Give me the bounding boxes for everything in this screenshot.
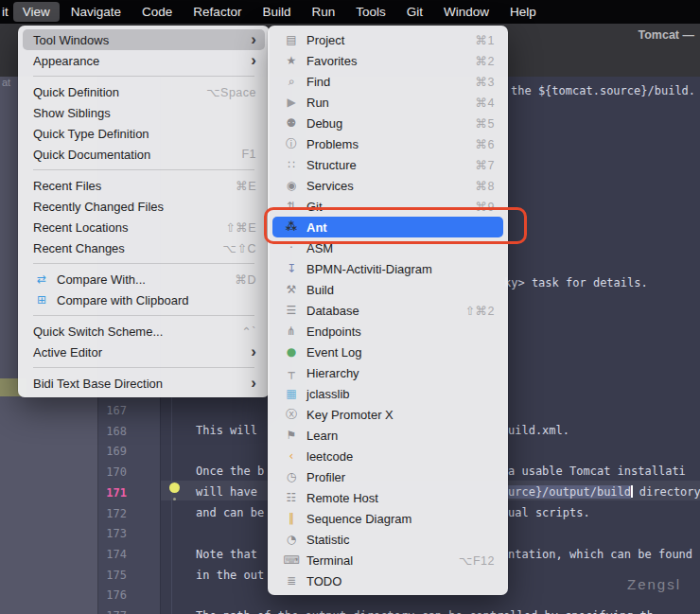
menu-item-label: Tool Windows [33,33,109,47]
line-number-175: 175 [100,567,127,584]
tool-window-item-hierarchy[interactable]: ┬Hierarchy [272,362,503,383]
menu-shortcut: ⇧⌘E [225,220,256,235]
tool-window-item-build[interactable]: ⚒Build [272,279,503,300]
tool-window-item-event-log[interactable]: ●Event Log [272,342,503,362]
tool-window-item-database[interactable]: ☰Database⇧⌘2 [272,300,503,321]
watermark-text: Zengsl [627,576,681,592]
sequence-icon: ‖ [283,513,300,524]
menubar-item-refactor[interactable]: Refactor [184,2,251,22]
line-number-168: 168 [100,423,127,440]
view-menu-item-appearance[interactable]: Appearance› [23,50,265,71]
view-menu-item-tool-windows[interactable]: Tool Windows› [23,29,265,50]
menu-item-label: Debug [306,116,342,131]
hammer-icon: ⚒ [283,284,300,295]
menubar-item-git[interactable]: Git [397,2,432,22]
tool-window-item-jclasslib[interactable]: ▦jclasslib [272,383,503,404]
terminal-icon: ⌨ [283,554,300,566]
menubar-item-window[interactable]: Window [434,2,499,22]
tool-window-item-find[interactable]: ⌕Find⌘3 [272,71,503,92]
view-menu-item-quick-switch-scheme[interactable]: Quick Switch Scheme...⌃` [23,321,265,342]
tool-window-item-problems[interactable]: ⓘProblems⌘6 [272,133,503,154]
leetcode-icon: ‹ [283,450,300,462]
menu-item-label: Services [306,179,354,193]
tool-window-item-project[interactable]: ▤Project⌘1 [272,29,503,50]
menu-item-label: Event Log [306,345,362,360]
structure-icon: ∷ [283,159,300,170]
menu-shortcut: ⌥⇧C [223,241,256,255]
view-menu-item-quick-documentation[interactable]: Quick DocumentationF1 [23,144,265,165]
line-number-170: 170 [100,464,127,481]
menubar-item-navigate[interactable]: Navigate [61,2,131,22]
menu-item-label: Learn [306,429,338,443]
database-icon: ☰ [283,305,300,316]
code-fragment: will have [196,484,264,500]
menu-item-label: Build [306,283,334,297]
tool-window-item-bpmn-activiti-diagram[interactable]: ↧BPMN-Activiti-Diagram [272,258,503,279]
tab-label-fragment[interactable]: at [2,77,10,88]
view-menu-item-quick-definition[interactable]: Quick Definition⌥Space [23,81,265,102]
tool-window-item-leetcode[interactable]: ‹leetcode [272,446,503,466]
line-number-169: 169 [100,443,127,460]
menu-item-label: Remote Host [306,491,378,505]
chevron-right-icon: › [251,378,256,388]
code-fragment-selection-line: urce}/output/build directory [508,484,700,500]
tool-window-item-statistic[interactable]: ◔Statistic [272,529,503,550]
folder-icon: ▤ [283,34,300,45]
intention-bulb-icon[interactable] [169,482,180,493]
menu-item-label: Sequence Diagram [306,512,411,526]
tool-window-item-todo[interactable]: ≣TODO [272,570,503,591]
code-fragment: uild.xml. [508,423,569,438]
tool-window-item-structure[interactable]: ∷Structure⌘7 [272,154,503,175]
menubar-item-build[interactable]: Build [253,2,300,22]
bpmn-icon: ↧ [283,263,300,274]
tool-window-item-services[interactable]: ◉Services⌘8 [272,175,503,196]
view-menu-item-compare-with[interactable]: ⇄Compare With...⌘D [23,269,265,289]
tool-window-item-run[interactable]: ▶Run⌘4 [272,92,503,113]
tool-window-item-remote-host[interactable]: ☷Remote Host [272,487,503,508]
menu-shortcut: ⌥F12 [459,553,495,568]
menubar-item-help[interactable]: Help [500,2,546,22]
menu-item-label: Quick Documentation [33,148,150,162]
view-menu-item-recent-locations[interactable]: Recent Locations⇧⌘E [23,217,265,237]
tool-window-item-sequence-diagram[interactable]: ‖Sequence Diagram [272,508,503,529]
tool-window-item-terminal[interactable]: ⌨Terminal⌥F12 [272,550,503,570]
statistic-icon: ◔ [283,534,300,545]
view-menu-item-quick-type-definition[interactable]: Quick Type Definition [23,123,265,144]
code-after-caret: directory [633,485,700,499]
line-number-176: 176 [100,587,127,604]
menubar-item-edit-fragment[interactable]: it [0,2,12,22]
view-menu-item-recent-changes[interactable]: Recent Changes⌥⇧C [23,237,265,258]
menubar-item-code[interactable]: Code [132,2,182,22]
menu-item-label: Quick Switch Scheme... [33,325,163,339]
view-menu-item-compare-with-clipboard[interactable]: ⊞Compare with Clipboard [23,289,265,310]
menu-shortcut: ⌃` [241,325,256,339]
tool-window-item-learn[interactable]: ⚑Learn [272,425,503,446]
menu-item-label: Bidi Text Base Direction [33,377,163,391]
menu-item-label: Find [306,75,330,89]
tool-window-item-endpoints[interactable]: ⋔Endpoints [272,321,503,342]
tool-window-item-key-promoter-x[interactable]: ⓧKey Promoter X [272,404,503,425]
view-menu-item-active-editor[interactable]: Active Editor› [23,342,265,362]
menu-shortcut: F1 [241,148,256,161]
code-fragment: Once the b [196,464,264,479]
tool-window-item-debug[interactable]: ⚉Debug⌘5 [272,113,503,133]
menu-item-label: Key Promoter X [306,408,394,422]
tool-windows-submenu: ▤Project⌘1★Favorites⌘2⌕Find⌘3▶Run⌘4⚉Debu… [268,26,508,595]
line-number-167: 167 [100,402,127,419]
menubar-item-view[interactable]: View [13,2,60,22]
view-menu-item-bidi-text-base-direction[interactable]: Bidi Text Base Direction› [23,373,265,394]
code-fragment: and can be [196,505,264,520]
event-log-icon: ● [283,346,300,358]
menubar-item-run[interactable]: Run [302,2,344,22]
menu-item-label: Terminal [306,553,353,568]
view-menu-item-recent-files[interactable]: Recent Files⌘E [23,175,265,196]
tool-window-item-favorites[interactable]: ★Favorites⌘2 [272,50,503,71]
menu-shortcut: ⌘3 [476,75,495,89]
view-menu: Tool Windows›Appearance›Quick Definition… [18,26,270,397]
view-menu-item-show-siblings[interactable]: Show Siblings [23,102,265,123]
menu-shortcut: ⌘D [235,272,256,287]
view-menu-item-recently-changed-files[interactable]: Recently Changed Files [23,196,265,217]
menubar-item-tools[interactable]: Tools [346,2,395,22]
menu-shortcut: ⌘4 [476,96,495,110]
tool-window-item-profiler[interactable]: ◷Profiler [272,466,503,487]
